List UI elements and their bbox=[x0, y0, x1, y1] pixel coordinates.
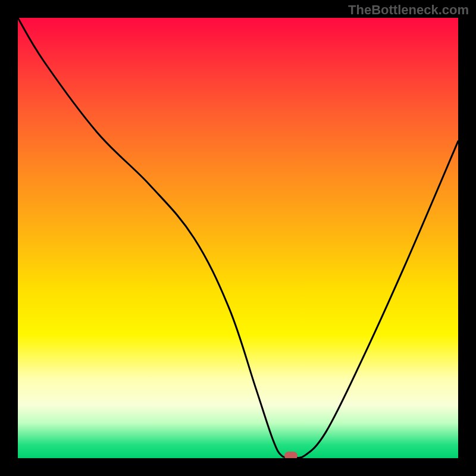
optimal-marker bbox=[284, 452, 298, 458]
plot-area bbox=[18, 18, 458, 458]
bottleneck-curve bbox=[18, 18, 458, 458]
watermark-text: TheBottleneck.com bbox=[348, 2, 469, 18]
curve-svg bbox=[18, 18, 458, 458]
